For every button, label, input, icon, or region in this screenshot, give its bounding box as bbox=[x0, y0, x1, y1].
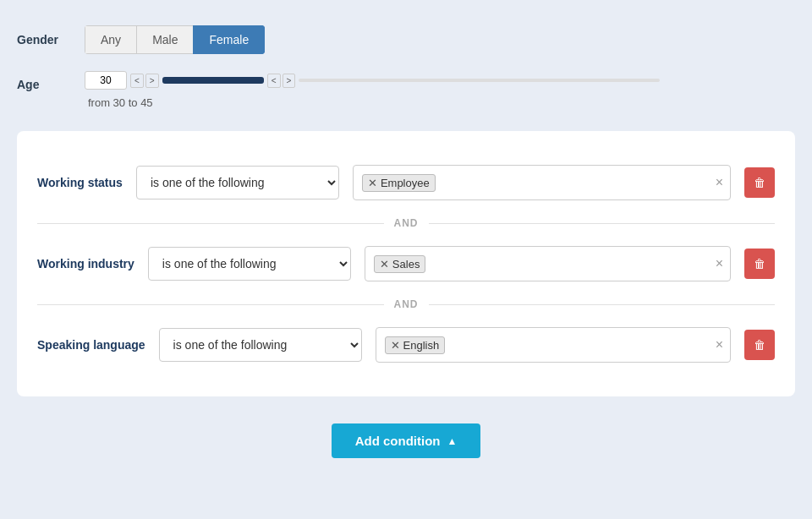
gender-any-button[interactable]: Any bbox=[85, 25, 136, 54]
tag-label: English bbox=[403, 339, 440, 352]
gender-row: Gender Any Male Female bbox=[17, 25, 795, 54]
and-line-left bbox=[37, 223, 384, 224]
and-line-right bbox=[429, 223, 776, 224]
tag-x-icon[interactable]: ✕ bbox=[380, 258, 389, 270]
working-status-label: Working status bbox=[37, 175, 123, 190]
tag-x-icon[interactable]: ✕ bbox=[368, 177, 377, 189]
speaking-language-delete-button[interactable]: 🗑 bbox=[744, 330, 775, 360]
condition-row-working-industry: Working industry is one of the following… bbox=[37, 232, 775, 295]
age-range-label: from 30 to 45 bbox=[85, 96, 660, 109]
and-divider-1: AND bbox=[37, 214, 775, 232]
and-line-left-2 bbox=[37, 304, 384, 305]
tag-label: Employee bbox=[381, 177, 430, 189]
trash-icon: 🗑 bbox=[754, 338, 765, 352]
top-filters: Gender Any Male Female Age < > < > bbox=[17, 17, 795, 117]
speaking-language-tag-english: ✕ English bbox=[385, 336, 446, 354]
condition-row-speaking-language: Speaking language is one of the followin… bbox=[37, 314, 775, 376]
working-status-delete-button[interactable]: 🗑 bbox=[744, 167, 775, 198]
working-status-operator[interactable]: is one of the following is not one of th… bbox=[136, 166, 339, 199]
speaking-language-tag-input[interactable]: ✕ English × bbox=[376, 327, 731, 363]
age-to-prev[interactable]: < bbox=[267, 74, 281, 88]
working-industry-clear[interactable]: × bbox=[716, 256, 723, 271]
add-condition-button[interactable]: Add condition ▲ bbox=[332, 423, 481, 458]
working-status-tag-employee: ✕ Employee bbox=[362, 174, 436, 192]
gender-male-button[interactable]: Male bbox=[136, 25, 193, 54]
gender-label: Gender bbox=[17, 33, 68, 46]
age-from-prev[interactable]: < bbox=[130, 74, 144, 88]
working-industry-label: Working industry bbox=[37, 256, 134, 271]
age-label: Age bbox=[17, 78, 68, 91]
working-industry-tag-input[interactable]: ✕ Sales × bbox=[365, 246, 731, 281]
age-from-arrows: < > bbox=[130, 74, 159, 88]
add-condition-label: Add condition bbox=[355, 434, 441, 448]
gender-female-button[interactable]: Female bbox=[193, 25, 265, 54]
and-line-right-2 bbox=[429, 304, 776, 305]
add-condition-container: Add condition ▲ bbox=[332, 423, 481, 458]
condition-row-working-status: Working status is one of the following i… bbox=[37, 151, 775, 214]
working-industry-tag-sales: ✕ Sales bbox=[374, 255, 426, 273]
and-text-2: AND bbox=[394, 298, 419, 310]
and-text-1: AND bbox=[394, 217, 419, 229]
caret-icon: ▲ bbox=[447, 435, 457, 447]
and-divider-2: AND bbox=[37, 295, 775, 314]
working-industry-operator[interactable]: is one of the following is not one of th… bbox=[148, 247, 351, 281]
age-to-next[interactable]: > bbox=[283, 74, 296, 88]
gender-button-group: Any Male Female bbox=[85, 25, 265, 54]
age-row: Age < > < > from 30 to 45 bbox=[17, 71, 795, 109]
age-from-input[interactable] bbox=[85, 71, 127, 90]
trash-icon: 🗑 bbox=[754, 176, 765, 189]
age-range-bar bbox=[162, 77, 264, 84]
speaking-language-clear[interactable]: × bbox=[716, 337, 723, 352]
age-to-arrows: < > bbox=[267, 74, 296, 88]
age-from-next[interactable]: > bbox=[145, 74, 159, 88]
speaking-language-operator[interactable]: is one of the following is not one of th… bbox=[159, 328, 362, 362]
working-industry-delete-button[interactable]: 🗑 bbox=[744, 249, 775, 279]
tag-label: Sales bbox=[392, 258, 420, 270]
age-slider-section: < > < > from 30 to 45 bbox=[85, 71, 660, 109]
working-status-tag-input[interactable]: ✕ Employee × bbox=[353, 165, 731, 200]
conditions-card: Working status is one of the following i… bbox=[17, 131, 795, 396]
age-slider-container: < > < > bbox=[85, 71, 660, 90]
age-track-right bbox=[299, 79, 660, 82]
trash-icon: 🗑 bbox=[754, 257, 765, 270]
tag-x-icon[interactable]: ✕ bbox=[391, 339, 400, 352]
working-status-clear[interactable]: × bbox=[716, 175, 723, 190]
speaking-language-label: Speaking language bbox=[37, 337, 145, 352]
